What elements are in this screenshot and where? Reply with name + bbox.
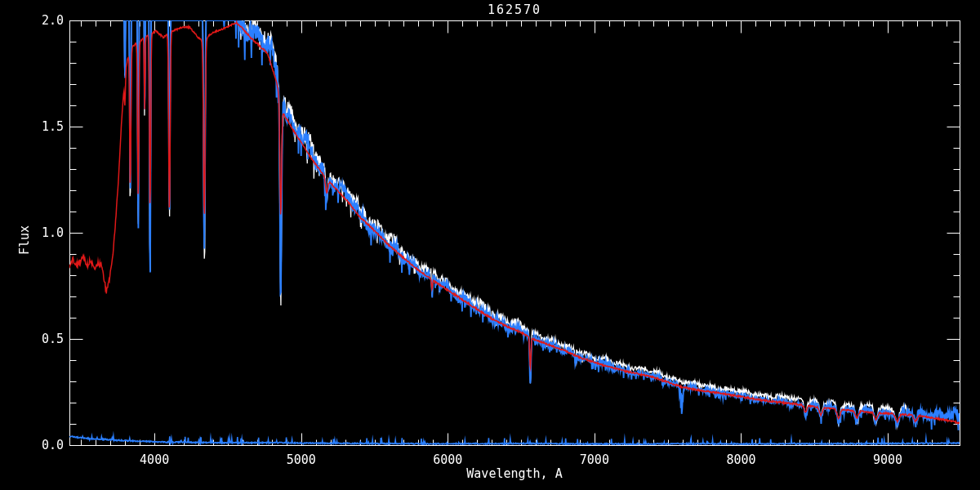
x-tick-label: 6000 xyxy=(419,452,476,467)
x-tick-label: 5000 xyxy=(273,452,330,467)
x-axis-label: Wavelength, A xyxy=(69,466,960,481)
y-axis-label: Flux xyxy=(17,199,32,281)
x-tick-label: 9000 xyxy=(859,452,916,467)
spectrum-plot-window: 162570 Wavelength, A Flux 40005000600070… xyxy=(0,0,980,490)
y-tick-label: 1.0 xyxy=(26,225,64,240)
y-tick-label: 0.0 xyxy=(26,438,64,452)
plot-title: 162570 xyxy=(69,2,960,17)
x-tick-label: 7000 xyxy=(566,452,623,467)
y-tick-label: 1.5 xyxy=(26,119,64,134)
x-tick-label: 8000 xyxy=(712,452,769,467)
x-tick-label: 4000 xyxy=(126,452,183,467)
y-tick-label: 0.5 xyxy=(26,332,64,346)
y-tick-label: 2.0 xyxy=(26,13,64,28)
spectrum-canvas xyxy=(0,0,980,490)
